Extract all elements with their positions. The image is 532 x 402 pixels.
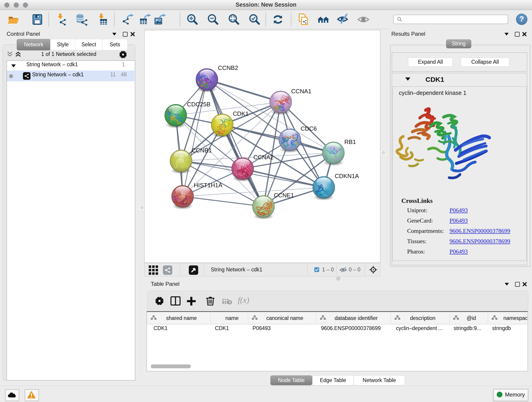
svg-text:CCNA1: CCNA1 (291, 88, 311, 95)
svg-text:CDK1: CDK1 (233, 110, 249, 117)
svg-text:CCNB2: CCNB2 (218, 64, 238, 71)
svg-text:CCNE1: CCNE1 (274, 192, 294, 199)
svg-text:RB1: RB1 (344, 138, 356, 145)
svg-text:CDC6: CDC6 (301, 125, 317, 132)
svg-text:CDKN1A: CDKN1A (335, 172, 359, 179)
svg-text:CCNB1: CCNB1 (191, 147, 212, 154)
svg-text:CDC25B: CDC25B (187, 101, 210, 108)
svg-text:HIST1H1A: HIST1H1A (194, 182, 222, 189)
svg-text:CCNA2: CCNA2 (253, 154, 273, 161)
